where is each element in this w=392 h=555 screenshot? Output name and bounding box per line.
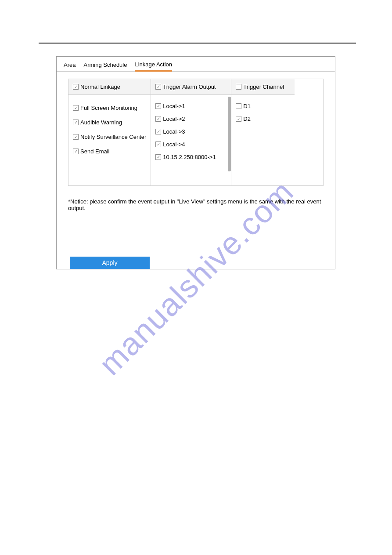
body-normal-linkage: Full Screen Monitoring Audible Warning N… — [68, 95, 151, 185]
checkbox-normal-linkage-all[interactable] — [73, 84, 79, 90]
label-d2: D2 — [243, 116, 251, 122]
tab-bar: Area Arming Schedule Linkage Action — [57, 57, 335, 72]
checkbox-local1[interactable] — [155, 103, 161, 109]
checkbox-email[interactable] — [73, 149, 79, 154]
linkage-action-panel: Area Arming Schedule Linkage Action Norm… — [56, 56, 335, 269]
apply-button[interactable]: Apply — [70, 257, 150, 269]
item-local1: Local->1 — [155, 103, 227, 109]
label-local2: Local->2 — [163, 116, 185, 122]
item-local4: Local->4 — [155, 141, 227, 148]
header-trigger-output-label: Trigger Alarm Output — [163, 83, 216, 90]
item-email: Send Email — [73, 148, 146, 155]
item-d1: D1 — [236, 103, 290, 109]
checkbox-trigger-channel-all[interactable] — [236, 84, 241, 90]
scrollbar-thumb[interactable] — [228, 97, 231, 171]
checkbox-local2[interactable] — [155, 116, 161, 122]
body-trigger-output: Local->1 Local->2 Local->3 Local->4 10.1… — [151, 95, 231, 185]
item-local2: Local->2 — [155, 116, 227, 122]
label-d1: D1 — [243, 103, 251, 109]
checkbox-d1[interactable] — [236, 103, 241, 109]
checkbox-local3[interactable] — [155, 129, 161, 134]
checkbox-d2[interactable] — [236, 116, 241, 122]
item-local3: Local->3 — [155, 128, 227, 135]
header-trigger-channel: Trigger Channel — [231, 79, 295, 95]
label-audible: Audible Warning — [80, 119, 122, 126]
item-fullscreen: Full Screen Monitoring — [73, 105, 146, 111]
page-top-rule — [39, 43, 356, 44]
header-normal-linkage: Normal Linkage — [68, 79, 151, 95]
column-trigger-output: Trigger Alarm Output Local->1 Local->2 L… — [151, 79, 231, 185]
item-d2: D2 — [236, 116, 290, 122]
header-trigger-output: Trigger Alarm Output — [151, 79, 231, 95]
label-local1: Local->1 — [163, 103, 185, 109]
header-trigger-channel-label: Trigger Channel — [243, 83, 284, 90]
checkbox-notify[interactable] — [73, 134, 79, 140]
checkbox-audible[interactable] — [73, 120, 79, 125]
header-normal-linkage-label: Normal Linkage — [80, 83, 120, 90]
tab-area[interactable]: Area — [64, 62, 76, 71]
label-ip-output: 10.15.2.250:8000->1 — [163, 154, 216, 160]
checkbox-ip-output[interactable] — [155, 154, 161, 160]
item-audible: Audible Warning — [73, 119, 146, 126]
label-fullscreen: Full Screen Monitoring — [80, 105, 137, 111]
tab-linkage-action[interactable]: Linkage Action — [135, 61, 172, 72]
body-trigger-channel: D1 D2 — [231, 95, 295, 185]
notice-text: *Notice: please confirm the event output… — [68, 198, 324, 211]
checkbox-trigger-output-all[interactable] — [155, 84, 161, 90]
label-notify: Notify Surveillance Center — [80, 134, 146, 140]
label-local4: Local->4 — [163, 141, 185, 148]
tab-arming-schedule[interactable]: Arming Schedule — [83, 62, 127, 71]
label-email: Send Email — [80, 148, 109, 155]
label-local3: Local->3 — [163, 128, 185, 135]
linkage-grid: Normal Linkage Full Screen Monitoring Au… — [68, 79, 324, 186]
item-ip-output: 10.15.2.250:8000->1 — [155, 154, 227, 160]
column-normal-linkage: Normal Linkage Full Screen Monitoring Au… — [68, 79, 151, 185]
checkbox-local4[interactable] — [155, 141, 161, 147]
checkbox-fullscreen[interactable] — [73, 105, 79, 111]
item-notify: Notify Surveillance Center — [73, 134, 146, 140]
column-trigger-channel: Trigger Channel D1 D2 — [231, 79, 295, 185]
